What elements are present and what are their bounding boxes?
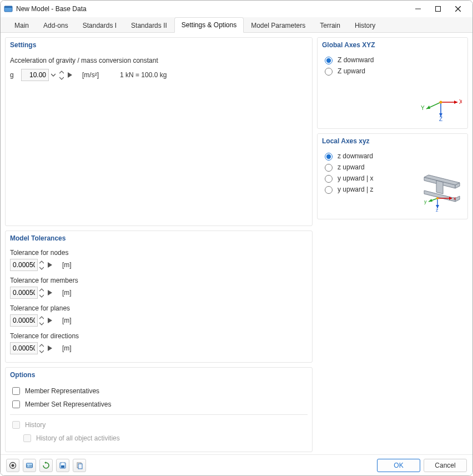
svg-marker-7 xyxy=(48,262,52,268)
tolerance-input[interactable] xyxy=(10,259,38,271)
tolerance-unit: [m] xyxy=(62,289,72,297)
tolerance-spinner[interactable] xyxy=(38,259,46,271)
tolerance-item: Tolerance for members [m] xyxy=(10,277,308,299)
radio-lz-upward[interactable]: z upward xyxy=(322,162,463,172)
svg-text:X: X xyxy=(459,99,462,105)
tab-add-ons[interactable]: Add-ons xyxy=(36,18,76,33)
svg-text:x: x xyxy=(454,196,456,201)
svg-rect-42 xyxy=(60,463,66,468)
maximize-button[interactable] xyxy=(428,1,448,17)
radio-lz-downward[interactable]: z downward xyxy=(322,151,463,161)
reset-button[interactable] xyxy=(39,459,53,472)
tab-standards-i[interactable]: Standards I xyxy=(76,18,124,33)
radio-input-lz-upward[interactable] xyxy=(325,164,333,172)
svg-marker-41 xyxy=(44,462,46,464)
tolerance-spinner[interactable] xyxy=(38,314,46,327)
panel-local-axes-title: Local Axes xyz xyxy=(318,134,467,147)
svg-point-37 xyxy=(10,462,16,468)
global-axes-icon: X Y Z xyxy=(419,92,462,123)
play-icon[interactable] xyxy=(46,287,54,299)
tabs-row: Main Add-ons Standards I Standards II Se… xyxy=(1,17,472,33)
tolerance-spinner[interactable] xyxy=(38,287,46,299)
svg-line-5 xyxy=(455,6,461,12)
svg-rect-43 xyxy=(61,465,64,468)
minimize-button[interactable] xyxy=(408,1,428,17)
dialog-footer: 0,00 OK Cancel xyxy=(1,454,472,475)
radio-z-downward[interactable]: Z downward xyxy=(322,55,463,64)
play-icon[interactable] xyxy=(46,259,54,271)
help-button[interactable] xyxy=(6,459,19,472)
chevron-down-icon[interactable] xyxy=(49,69,58,81)
tolerance-spinner[interactable] xyxy=(38,342,46,354)
tolerance-label: Tolerance for directions xyxy=(10,332,308,340)
tolerance-input[interactable] xyxy=(10,287,38,299)
option-member-reps[interactable]: Member Representatives xyxy=(10,385,308,397)
svg-rect-1 xyxy=(4,6,12,8)
tolerance-item: Tolerance for directions [m] xyxy=(10,332,308,354)
tab-model-parameters[interactable]: Model Parameters xyxy=(244,18,313,33)
cancel-button[interactable]: Cancel xyxy=(424,459,467,472)
tolerance-input[interactable] xyxy=(10,342,38,354)
tab-standards-ii[interactable]: Standards II xyxy=(124,18,174,33)
copy-button[interactable] xyxy=(73,459,86,472)
tolerance-input[interactable] xyxy=(10,314,38,327)
tab-settings-options[interactable]: Settings & Options xyxy=(174,17,244,33)
tab-terrain[interactable]: Terrain xyxy=(313,18,348,33)
svg-marker-9 xyxy=(48,318,52,323)
radio-input-z-upward[interactable] xyxy=(325,68,333,76)
play-icon[interactable] xyxy=(66,69,74,81)
tolerance-input-group xyxy=(10,342,54,354)
panel-global-axes: Global Axes XYZ Z downward Z upward xyxy=(317,37,468,129)
checkbox-member-reps[interactable] xyxy=(12,387,20,395)
svg-point-36 xyxy=(436,197,439,199)
panel-tolerances-title: Model Tolerances xyxy=(6,231,312,244)
svg-marker-6 xyxy=(68,72,72,78)
gravity-unit: [m/s²] xyxy=(82,71,99,79)
save-default-button[interactable] xyxy=(56,459,69,472)
radio-input-lz-downward[interactable] xyxy=(325,153,333,161)
titlebar: New Model - Base Data xyxy=(1,1,472,17)
svg-rect-3 xyxy=(436,7,441,12)
svg-marker-31 xyxy=(429,199,432,202)
option-history: History xyxy=(10,419,308,430)
app-icon xyxy=(4,4,13,13)
svg-marker-10 xyxy=(48,345,52,351)
radio-z-upward[interactable]: Z upward xyxy=(322,66,463,76)
option-member-set-reps[interactable]: Member Set Representatives xyxy=(10,399,308,410)
radio-input-ly-upward-x[interactable] xyxy=(325,175,333,183)
dialog-window: New Model - Base Data Main Add-ons Stand… xyxy=(0,0,473,476)
panel-options-title: Options xyxy=(6,368,312,381)
radio-input-ly-upward-z[interactable] xyxy=(325,186,333,194)
play-icon[interactable] xyxy=(46,314,54,327)
svg-point-20 xyxy=(440,101,442,104)
panel-settings-title: Settings xyxy=(6,38,312,51)
checkbox-history-all xyxy=(23,434,31,442)
svg-line-4 xyxy=(455,6,461,12)
play-icon[interactable] xyxy=(46,342,54,354)
panel-options: Options Member Representatives Member Se… xyxy=(5,367,313,452)
panel-local-axes: Local Axes xyz z downward z upward y upw… xyxy=(317,133,468,219)
units-button[interactable]: 0,00 xyxy=(23,459,36,472)
svg-text:Y: Y xyxy=(421,105,425,111)
gravity-equation: 1 kN = 100.0 kg xyxy=(120,71,167,79)
dialog-body: Settings Acceleration of gravity / mass … xyxy=(1,33,472,454)
svg-marker-8 xyxy=(48,290,52,295)
svg-text:0,00: 0,00 xyxy=(26,464,33,467)
svg-rect-46 xyxy=(78,464,82,469)
tab-main[interactable]: Main xyxy=(7,18,36,33)
gravity-input[interactable] xyxy=(21,69,49,81)
tolerance-item: Tolerance for nodes [m] xyxy=(10,249,308,271)
tolerance-input-group xyxy=(10,314,54,327)
tolerance-unit: [m] xyxy=(62,344,72,352)
tolerance-unit: [m] xyxy=(62,317,72,324)
svg-rect-44 xyxy=(62,463,64,464)
checkbox-member-set-reps[interactable] xyxy=(12,400,20,408)
gravity-label: Acceleration of gravity / mass conversio… xyxy=(10,57,308,64)
local-axes-icon: x y z xyxy=(412,172,462,213)
svg-text:y: y xyxy=(424,199,427,204)
radio-input-z-downward[interactable] xyxy=(325,57,333,64)
gravity-spinner[interactable] xyxy=(58,69,66,81)
tab-history[interactable]: History xyxy=(348,18,383,33)
ok-button[interactable]: OK xyxy=(377,459,420,472)
close-button[interactable] xyxy=(448,1,468,17)
